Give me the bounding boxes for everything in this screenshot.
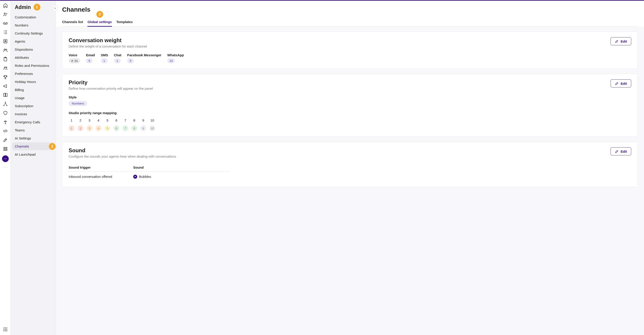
weight-col-chat: Chat1 <box>114 53 121 63</box>
edit-label: Edit <box>621 40 627 43</box>
sidebar-item-ai-settings[interactable]: AI Settings <box>12 134 54 142</box>
sidebar-item-ai-launchpad[interactable]: AI Launchpad <box>12 150 54 158</box>
style-label: Style <box>68 95 631 99</box>
priority-head: 4 <box>96 118 101 122</box>
pencil-icon <box>615 82 619 86</box>
page-title: Channels <box>62 6 638 13</box>
sidebar-item-attributes[interactable]: Attributes <box>12 54 54 62</box>
edit-priority-button[interactable]: Edit <box>610 80 631 88</box>
priority-head: 10 <box>149 118 155 122</box>
pencil-icon <box>615 149 619 153</box>
content-scroll[interactable]: Conversation weight Define the weight of… <box>56 27 644 335</box>
sidebar-item-numbers[interactable]: Numbers <box>12 21 54 29</box>
sound-value-cell: Bubbles <box>133 172 230 182</box>
svg-point-26 <box>6 329 7 330</box>
svg-point-4 <box>5 40 6 42</box>
conversation-weight-card: Conversation weight Define the weight of… <box>62 32 638 69</box>
sidebar-title: Admin <box>15 4 31 10</box>
team-icon[interactable] <box>3 66 8 71</box>
edit-conversation-weight-button[interactable]: Edit <box>610 37 631 45</box>
svg-point-20 <box>6 158 6 159</box>
priority-head: 5 <box>104 118 110 122</box>
svg-point-9 <box>4 67 5 68</box>
priority-cell: 6 <box>114 125 119 131</box>
svg-point-29 <box>6 330 7 332</box>
voicemail-icon[interactable] <box>3 21 8 26</box>
home-icon[interactable] <box>3 3 8 8</box>
weight-col-whatsapp: WhatsApp10 <box>167 53 184 63</box>
svg-point-5 <box>4 49 5 50</box>
weight-col-voice: Voice51 <box>68 53 80 63</box>
collapse-sidebar-button[interactable] <box>53 6 58 11</box>
svg-point-25 <box>5 329 6 330</box>
sidebar-item-emergency-calls[interactable]: Emergency Calls <box>12 118 54 126</box>
tab-templates[interactable]: Templates <box>116 18 133 26</box>
weight-label: Facebook Messenger <box>127 53 162 57</box>
apps-icon[interactable] <box>3 327 8 332</box>
weight-label: Voice <box>68 53 77 57</box>
antenna-icon[interactable] <box>3 120 8 124</box>
edit-icon[interactable] <box>3 138 8 142</box>
sidebar-item-subscription[interactable]: Subscription <box>12 102 54 110</box>
sidebar-item-channels[interactable]: Channels2 <box>12 142 54 150</box>
conversation-weight-title: Conversation weight <box>68 37 147 44</box>
svg-rect-16 <box>4 149 5 151</box>
weight-label: Chat <box>114 53 121 57</box>
broadcast-icon[interactable] <box>3 84 8 88</box>
annotation-badge-1: 1 <box>34 4 40 10</box>
sidebar-item-usage[interactable]: Usage <box>12 94 54 102</box>
sidebar-item-customization[interactable]: Customization <box>12 13 54 21</box>
edit-label: Edit <box>621 82 627 86</box>
svg-point-12 <box>4 105 4 106</box>
book-icon[interactable] <box>3 92 8 98</box>
code-icon[interactable] <box>3 128 8 134</box>
trophy-icon[interactable] <box>3 75 8 80</box>
priority-cell: 9 <box>140 125 146 131</box>
queue-icon[interactable] <box>3 30 8 35</box>
tabs-bar: Channels listGlobal settings3Templates <box>62 18 638 27</box>
icon-rail <box>0 1 11 335</box>
sidebar-item-billing[interactable]: Billing <box>12 86 54 94</box>
priority-cell: 4 <box>96 125 101 131</box>
svg-point-13 <box>6 105 7 106</box>
edit-sound-button[interactable]: Edit <box>610 147 631 156</box>
rail-divider <box>3 167 8 167</box>
sidebar-item-invoices[interactable]: Invoices <box>12 110 54 118</box>
weight-value: 1 <box>114 58 121 63</box>
svg-point-0 <box>4 13 6 14</box>
sidebar-item-preferences[interactable]: Preferences <box>12 70 54 78</box>
contact-icon[interactable] <box>3 39 8 44</box>
weight-label: SMS <box>101 53 108 57</box>
sidebar-item-teams[interactable]: Teams <box>12 126 54 134</box>
main-content: Channels Channels listGlobal settings3Te… <box>56 1 644 335</box>
style-value-pill: Numbers <box>68 101 87 106</box>
lock-icon <box>71 60 74 62</box>
grid-icon[interactable] <box>3 146 8 151</box>
sound-trigger-cell: Inbound conversation offered <box>68 172 133 182</box>
tab-global-settings[interactable]: Global settings3 <box>88 18 112 26</box>
annotation-badge-2: 2 <box>49 143 56 150</box>
clipboard-icon[interactable] <box>3 57 8 62</box>
more-menu-button[interactable] <box>2 156 9 162</box>
sidebar-item-dispositions[interactable]: Dispositions <box>12 46 54 53</box>
sidebar-item-continuity-settings[interactable]: Continuity Settings <box>12 29 54 37</box>
sidebar-item-agents[interactable]: Agents <box>12 38 54 45</box>
shield-icon[interactable] <box>3 110 8 116</box>
tab-channels-list[interactable]: Channels list <box>62 18 83 26</box>
svg-point-2 <box>6 22 7 24</box>
sound-card: Sound Configure the sounds your agents h… <box>62 142 638 187</box>
sound-col-sound: Sound <box>133 163 230 172</box>
priority-title: Priority <box>68 80 153 86</box>
sidebar-item-roles-and-permissions[interactable]: Roles and Permissions <box>12 62 54 70</box>
routing-icon[interactable] <box>3 102 8 106</box>
play-icon[interactable] <box>133 175 137 179</box>
sidebar-item-holiday-hours[interactable]: Holiday Hours <box>12 78 54 86</box>
svg-point-19 <box>5 158 6 159</box>
priority-head: 7 <box>122 118 128 122</box>
edit-label: Edit <box>621 150 627 153</box>
priority-cell: 2 <box>78 125 84 131</box>
agent-icon[interactable] <box>3 12 8 17</box>
weight-value: 1 <box>101 58 108 63</box>
priority-subtitle: Define how conversation priority will ap… <box>68 86 153 90</box>
people-icon[interactable] <box>3 48 8 53</box>
